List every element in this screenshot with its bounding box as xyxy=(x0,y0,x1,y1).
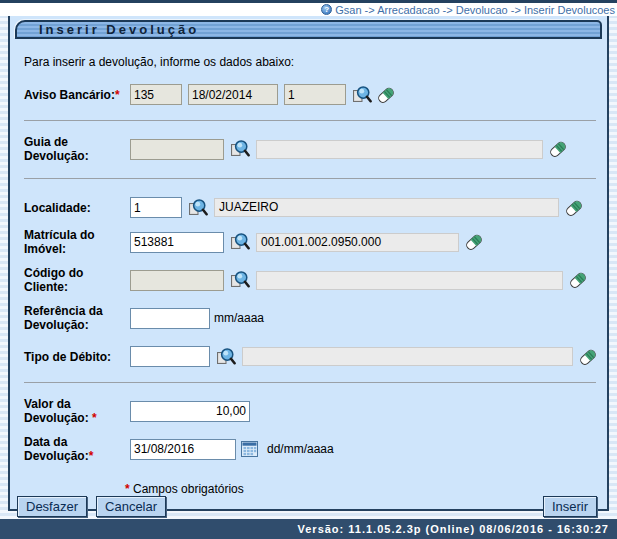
guia-devolucao-erase-button[interactable] xyxy=(548,139,568,159)
calendar-button[interactable] xyxy=(238,441,261,457)
field-row-matricula-imovel: Matrícula do Imóvel: 001.001.002.0950.00… xyxy=(15,228,602,256)
field-row-data-devolucao: Data da Devolução:* dd/mm/aaaa xyxy=(15,435,602,463)
aviso-bancario-search-button[interactable] xyxy=(352,85,372,105)
field-row-referencia-devolucao: Referência da Devolução: mm/aaaa xyxy=(15,304,602,332)
tipo-debito-input[interactable] xyxy=(130,346,210,367)
eraser-icon xyxy=(376,85,396,105)
required-marker: * xyxy=(92,411,97,425)
search-icon xyxy=(230,270,250,290)
codigo-cliente-search-button[interactable] xyxy=(230,270,250,290)
search-icon xyxy=(230,139,250,159)
tipo-debito-display xyxy=(242,347,573,366)
required-marker: * xyxy=(125,482,130,496)
field-row-guia-devolucao: Guia de Devolução: xyxy=(15,135,602,163)
inserir-button[interactable]: Inserir xyxy=(543,496,597,517)
codigo-cliente-label: Código do Cliente: xyxy=(24,266,125,294)
cancelar-button[interactable]: Cancelar xyxy=(96,496,166,517)
referencia-devolucao-input[interactable] xyxy=(130,308,210,329)
codigo-cliente-erase-button[interactable] xyxy=(568,270,588,290)
matricula-imovel-input[interactable] xyxy=(130,232,224,253)
required-marker: * xyxy=(89,449,94,463)
field-row-tipo-debito: Tipo de Débito: xyxy=(15,346,602,367)
localidade-erase-button[interactable] xyxy=(564,198,584,218)
guia-devolucao-label: Guia de Devolução: xyxy=(24,135,125,163)
localidade-label: Localidade: xyxy=(24,201,125,215)
help-icon[interactable]: ? xyxy=(321,4,332,15)
field-row-valor-devolucao: Valor da Devolução: * xyxy=(15,397,602,425)
valor-devolucao-input[interactable] xyxy=(130,401,250,422)
aviso-bancario-erase-button[interactable] xyxy=(376,85,396,105)
matricula-imovel-display: 001.001.002.0950.000 xyxy=(256,233,459,252)
tipo-debito-search-button[interactable] xyxy=(216,347,236,367)
localidade-input[interactable] xyxy=(130,197,182,218)
referencia-devolucao-label: Referência da Devolução: xyxy=(24,304,125,332)
required-fields-note: * Campos obrigatórios xyxy=(125,482,602,496)
aviso-bancario-numero-field xyxy=(130,84,182,105)
referencia-format-hint: mm/aaaa xyxy=(214,311,264,325)
aviso-bancario-label: Aviso Bancário:* xyxy=(24,88,125,102)
eraser-icon xyxy=(568,270,588,290)
guia-devolucao-search-button[interactable] xyxy=(230,139,250,159)
form-panel: Inserir Devolução Para inserir a devoluç… xyxy=(8,16,609,511)
eraser-icon xyxy=(464,232,484,252)
search-icon xyxy=(188,198,208,218)
field-row-codigo-cliente: Código do Cliente: xyxy=(15,266,602,294)
codigo-cliente-input xyxy=(130,270,224,291)
field-row-aviso-bancario: Aviso Bancário:* xyxy=(15,84,602,105)
search-icon xyxy=(352,85,372,105)
field-row-localidade: Localidade: JUAZEIRO xyxy=(15,197,602,218)
version-text: Versão: 11.1.05.2.3p (Online) 08/06/2016… xyxy=(298,523,610,535)
breadcrumb-bar: ? Gsan -> Arrecadacao -> Devolucao -> In… xyxy=(0,3,617,16)
eraser-icon xyxy=(578,347,598,367)
page-title: Inserir Devolução xyxy=(39,22,199,37)
matricula-imovel-label: Matrícula do Imóvel: xyxy=(24,228,125,256)
data-devolucao-input[interactable] xyxy=(130,439,236,460)
matricula-imovel-erase-button[interactable] xyxy=(464,232,484,252)
divider xyxy=(24,120,596,121)
desfazer-button[interactable]: Desfazer xyxy=(17,496,87,517)
breadcrumb: Gsan -> Arrecadacao -> Devolucao -> Inse… xyxy=(335,4,615,16)
divider xyxy=(24,178,596,179)
valor-devolucao-label: Valor da Devolução: * xyxy=(24,397,125,425)
matricula-imovel-search-button[interactable] xyxy=(230,232,250,252)
guia-devolucao-display xyxy=(256,140,543,159)
tipo-debito-label: Tipo de Débito: xyxy=(24,350,125,364)
aviso-bancario-data-field xyxy=(188,84,278,105)
tipo-debito-erase-button[interactable] xyxy=(578,347,598,367)
divider xyxy=(24,382,596,383)
eraser-icon xyxy=(564,198,584,218)
guia-devolucao-input xyxy=(130,139,224,160)
data-format-hint: dd/mm/aaaa xyxy=(267,442,334,456)
eraser-icon xyxy=(548,139,568,159)
data-devolucao-label: Data da Devolução:* xyxy=(24,435,125,463)
localidade-search-button[interactable] xyxy=(188,198,208,218)
required-marker: * xyxy=(115,88,120,102)
version-footer-bar: Versão: 11.1.05.2.3p (Online) 08/06/2016… xyxy=(0,519,617,539)
page-title-bar: Inserir Devolução xyxy=(15,20,602,39)
search-icon xyxy=(216,347,236,367)
codigo-cliente-display xyxy=(256,271,563,290)
localidade-display: JUAZEIRO xyxy=(214,198,559,217)
action-buttons-row: Desfazer Cancelar Inserir xyxy=(15,496,602,517)
aviso-bancario-seq-field xyxy=(284,84,346,105)
calendar-icon xyxy=(241,441,258,457)
search-icon xyxy=(230,232,250,252)
instruction-text: Para inserir a devolução, informe os dad… xyxy=(24,55,602,69)
